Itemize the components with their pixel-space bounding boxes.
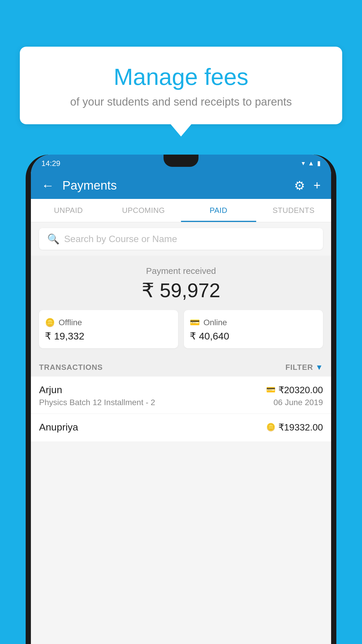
payment-total-amount: ₹ 59,972 bbox=[39, 279, 323, 302]
transaction-amount-wrap: 🪙 ₹19332.00 bbox=[266, 422, 323, 433]
filter-icon: ▼ bbox=[315, 363, 323, 372]
notch bbox=[164, 155, 198, 167]
transaction-amount: ₹20320.00 bbox=[278, 384, 323, 396]
transaction-amount-wrap: 💳 ₹20320.00 bbox=[266, 384, 323, 396]
signal-icon: ▲ bbox=[308, 160, 314, 167]
table-row[interactable]: Anupriya 🪙 ₹19332.00 bbox=[31, 414, 331, 442]
phone-frame: 14:29 ▾ ▲ ▮ ← Payments ⚙ + UNPAID UPCOMI… bbox=[26, 155, 336, 644]
online-icon: 💳 bbox=[190, 318, 200, 327]
status-bar: 14:29 ▾ ▲ ▮ bbox=[31, 155, 331, 172]
status-icons: ▾ ▲ ▮ bbox=[302, 160, 321, 167]
page-title: Payments bbox=[62, 178, 288, 192]
transactions-header: TRANSACTIONS FILTER ▼ bbox=[31, 356, 331, 377]
transaction-row-bottom: Physics Batch 12 Installment - 2 06 June… bbox=[39, 398, 323, 407]
wifi-icon: ▾ bbox=[302, 160, 305, 167]
filter-label: FILTER bbox=[285, 363, 313, 372]
payment-summary: Payment received ₹ 59,972 🪙 Offline ₹ 19… bbox=[31, 256, 331, 356]
transaction-name: Anupriya bbox=[39, 421, 78, 433]
tab-students[interactable]: STUDENTS bbox=[256, 199, 331, 222]
online-card-header: 💳 Online bbox=[190, 318, 317, 327]
transaction-amount: ₹19332.00 bbox=[278, 422, 323, 433]
search-icon: 🔍 bbox=[47, 233, 59, 245]
status-time: 14:29 bbox=[41, 159, 60, 168]
settings-icon[interactable]: ⚙ bbox=[294, 178, 305, 193]
tab-unpaid[interactable]: UNPAID bbox=[31, 199, 106, 222]
online-payment-card: 💳 Online ₹ 40,640 bbox=[184, 310, 323, 348]
online-amount: ₹ 40,640 bbox=[190, 330, 317, 342]
tooltip-card: Manage fees of your students and send re… bbox=[20, 47, 342, 124]
header-icons: ⚙ + bbox=[294, 178, 321, 193]
back-button[interactable]: ← bbox=[41, 178, 54, 193]
tabs-bar: UNPAID UPCOMING PAID STUDENTS bbox=[31, 199, 331, 222]
offline-amount: ₹ 19,332 bbox=[45, 330, 172, 342]
battery-icon: ▮ bbox=[317, 160, 321, 167]
transaction-row-top: Arjun 💳 ₹20320.00 bbox=[39, 384, 323, 396]
transaction-course: Physics Batch 12 Installment - 2 bbox=[39, 398, 155, 407]
search-container: 🔍 Search by Course or Name bbox=[31, 222, 331, 256]
search-bar[interactable]: 🔍 Search by Course or Name bbox=[39, 228, 323, 250]
tab-upcoming[interactable]: UPCOMING bbox=[106, 199, 181, 222]
offline-payment-card: 🪙 Offline ₹ 19,332 bbox=[39, 310, 178, 348]
transactions-label: TRANSACTIONS bbox=[39, 363, 103, 372]
payment-cards: 🪙 Offline ₹ 19,332 💳 Online ₹ 40,640 bbox=[39, 310, 323, 348]
search-placeholder: Search by Course or Name bbox=[64, 234, 177, 244]
phone-screen: 14:29 ▾ ▲ ▮ ← Payments ⚙ + UNPAID UPCOMI… bbox=[31, 155, 331, 644]
transactions-list: Arjun 💳 ₹20320.00 Physics Batch 12 Insta… bbox=[31, 377, 331, 442]
add-icon[interactable]: + bbox=[313, 178, 321, 192]
tab-paid[interactable]: PAID bbox=[181, 199, 256, 222]
tooltip-subtitle: of your students and send receipts to pa… bbox=[40, 96, 322, 108]
table-row[interactable]: Arjun 💳 ₹20320.00 Physics Batch 12 Insta… bbox=[31, 377, 331, 414]
transaction-type-icon-offline: 🪙 bbox=[266, 423, 275, 432]
transaction-date: 06 June 2019 bbox=[273, 398, 323, 407]
offline-card-header: 🪙 Offline bbox=[45, 318, 172, 327]
transaction-name: Arjun bbox=[39, 384, 62, 396]
payment-received-label: Payment received bbox=[39, 266, 323, 276]
online-label: Online bbox=[203, 318, 227, 327]
transaction-row-top: Anupriya 🪙 ₹19332.00 bbox=[39, 421, 323, 433]
tooltip-title: Manage fees bbox=[40, 64, 322, 90]
app-header: ← Payments ⚙ + bbox=[31, 172, 331, 199]
transaction-type-icon-online: 💳 bbox=[266, 385, 275, 394]
offline-icon: 🪙 bbox=[45, 318, 55, 327]
offline-label: Offline bbox=[59, 318, 82, 327]
filter-button[interactable]: FILTER ▼ bbox=[285, 363, 323, 372]
